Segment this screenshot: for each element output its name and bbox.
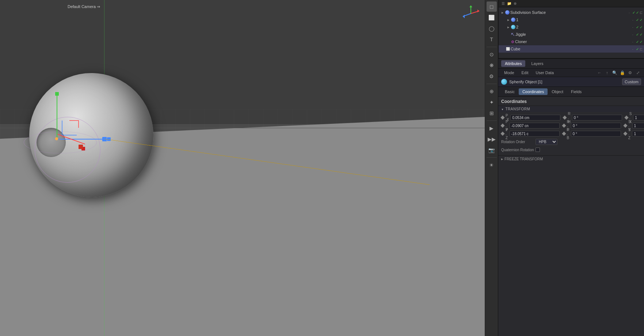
tool-render-queue[interactable]: ▶▶: [487, 134, 497, 144]
tree-item-cube[interactable]: ⬜ Cube · ✓ ⊏: [499, 45, 644, 53]
navigation-cube[interactable]: [461, 4, 481, 24]
tool-render[interactable]: ▶: [487, 123, 497, 133]
tool-spline[interactable]: ⊙: [487, 49, 497, 60]
jiggle-label: Jiggle: [515, 32, 632, 37]
sx-input[interactable]: [633, 115, 644, 121]
tool-deform[interactable]: ⚙: [487, 71, 497, 81]
rotation-order-select[interactable]: HPB XYZ ZYX: [536, 139, 557, 145]
rp-input[interactable]: [571, 123, 621, 129]
item1-dot[interactable]: ·: [632, 18, 635, 21]
tree-toolbar-icon-2[interactable]: 📁: [507, 1, 511, 5]
sd-check-1[interactable]: ✓: [632, 11, 635, 15]
item2-dot[interactable]: ·: [632, 26, 635, 28]
item1-check2[interactable]: ✓: [640, 18, 643, 22]
rb-input[interactable]: [571, 131, 621, 137]
toolbar-user-data[interactable]: User Data: [533, 70, 557, 76]
rh-diamond: [563, 115, 567, 119]
rp-diamond: [562, 123, 566, 127]
rotation-order-label: Rotation Order: [501, 140, 534, 144]
sd-lock[interactable]: ⊏: [640, 11, 643, 15]
cube-dot[interactable]: ·: [632, 47, 635, 50]
tool-sun[interactable]: ☀: [487, 160, 497, 170]
expand-2[interactable]: [506, 26, 510, 29]
tree-item-subdivision-surface[interactable]: Subdivision Surface · ✓ ✓ ⊏: [499, 9, 644, 16]
tool-box[interactable]: ⬜: [487, 12, 497, 23]
cube-check[interactable]: ✓: [636, 47, 639, 51]
jiggle-dot[interactable]: ·: [632, 33, 635, 36]
tree-toolbar-icon-3[interactable]: ⊕: [514, 1, 517, 5]
item1-label: 1: [516, 18, 632, 22]
up-btn[interactable]: ↑: [604, 69, 610, 76]
toolbar-separator-3: [487, 121, 497, 121]
tab-fields[interactable]: Fields: [567, 88, 585, 95]
cloner-check2[interactable]: ✓: [640, 40, 643, 44]
attributes-toolbar: Mode Edit User Data ← ↑ 🔍 🔒 ⚙ ⤢: [498, 69, 644, 77]
sx-diamond: [624, 115, 628, 119]
tool-camera[interactable]: ⊕: [487, 86, 497, 96]
freeze-label: FREEZE TRANSFORM: [504, 157, 543, 161]
lock-btn[interactable]: 🔒: [619, 69, 626, 76]
tool-select[interactable]: ◻: [487, 1, 497, 12]
toolbar-mode[interactable]: Mode: [501, 70, 517, 76]
expand-1[interactable]: [506, 18, 510, 22]
tab-object[interactable]: Object: [548, 88, 567, 95]
tool-nurbs[interactable]: ❋: [487, 60, 497, 70]
tool-text[interactable]: T: [487, 34, 497, 45]
search-btn[interactable]: 🔍: [611, 69, 618, 76]
item1-icon: [511, 18, 515, 22]
tab-layers[interactable]: Layers: [527, 60, 547, 67]
rotation-order-row: Rotation Order HPB XYZ ZYX: [498, 138, 644, 146]
item2-label: 2: [516, 25, 632, 29]
custom-dropdown[interactable]: Custom: [622, 79, 641, 85]
fields-area: P .X R . H S . X P . Y R . P: [498, 112, 644, 155]
tool-picture-viewer[interactable]: 📷: [487, 145, 497, 155]
tree-item-cloner[interactable]: ⚙ Cloner · ✓ ✓: [499, 38, 644, 45]
tab-basic[interactable]: Basic: [501, 88, 518, 95]
scene-tree-items: Subdivision Surface · ✓ ✓ ⊏ 1 · ✓ ✓: [499, 7, 644, 58]
tree-toolbar-icon-1[interactable]: ☰: [502, 1, 505, 5]
cube-lock-icon[interactable]: ⊏: [640, 47, 643, 51]
tool-light[interactable]: ✦: [487, 97, 497, 107]
viewport[interactable]: Default Camera ⇒: [0, 0, 485, 336]
item2-icon: [511, 25, 515, 29]
back-btn[interactable]: ←: [596, 69, 603, 76]
axis-y-handle[interactable]: [55, 92, 59, 96]
tab-attributes[interactable]: Attributes: [501, 60, 525, 67]
jiggle-check2[interactable]: ✓: [640, 33, 643, 37]
tree-item-jiggle[interactable]: ⛏ Jiggle · ✓ ✓: [499, 31, 644, 38]
tree-item-2[interactable]: 2 · ✓ ✓: [499, 23, 644, 31]
pz-input[interactable]: [510, 131, 560, 137]
toolbar-edit[interactable]: Edit: [519, 70, 531, 76]
sd-check-2[interactable]: ✓: [636, 11, 639, 15]
rh-input[interactable]: [572, 115, 622, 121]
sz-diamond: [623, 131, 627, 135]
tool-scene[interactable]: ⊞: [487, 108, 497, 118]
toolbar-separator-1: [487, 47, 497, 47]
tree-item-1[interactable]: 1 · ✓ ✓: [499, 16, 644, 23]
cloner-dot[interactable]: ·: [632, 40, 635, 43]
quaternion-checkbox[interactable]: [536, 148, 540, 152]
item2-check2[interactable]: ✓: [640, 25, 643, 29]
jiggle-check[interactable]: ✓: [636, 33, 639, 37]
spherify-icon: [501, 79, 507, 85]
py-input[interactable]: [510, 123, 560, 129]
expand-btn[interactable]: ⤢: [635, 69, 641, 76]
camera-label: Default Camera ⇒: [68, 4, 100, 9]
sy-input[interactable]: [632, 123, 644, 129]
item2-check[interactable]: ✓: [636, 25, 639, 29]
tab-coordinates[interactable]: Coordinates: [519, 88, 548, 95]
item1-check[interactable]: ✓: [636, 18, 639, 22]
z-axis-square-handle[interactable]: [79, 145, 83, 149]
settings-btn[interactable]: ⚙: [627, 69, 633, 76]
sd-vis-dot[interactable]: ·: [629, 11, 632, 14]
svg-marker-4: [477, 9, 479, 12]
freeze-transform-section[interactable]: FREEZE TRANSFORM: [498, 155, 644, 163]
tool-sphere-icon[interactable]: ◯: [487, 23, 497, 34]
px-input[interactable]: [510, 115, 560, 121]
expand-subdivision[interactable]: [500, 11, 504, 14]
transform-subsection-header[interactable]: TRANSFORM: [498, 106, 644, 112]
sz-input[interactable]: [632, 131, 644, 137]
coordinates-section-title: Coordinates: [498, 97, 644, 106]
cloner-check[interactable]: ✓: [636, 40, 639, 44]
rb-diamond: [562, 131, 566, 135]
